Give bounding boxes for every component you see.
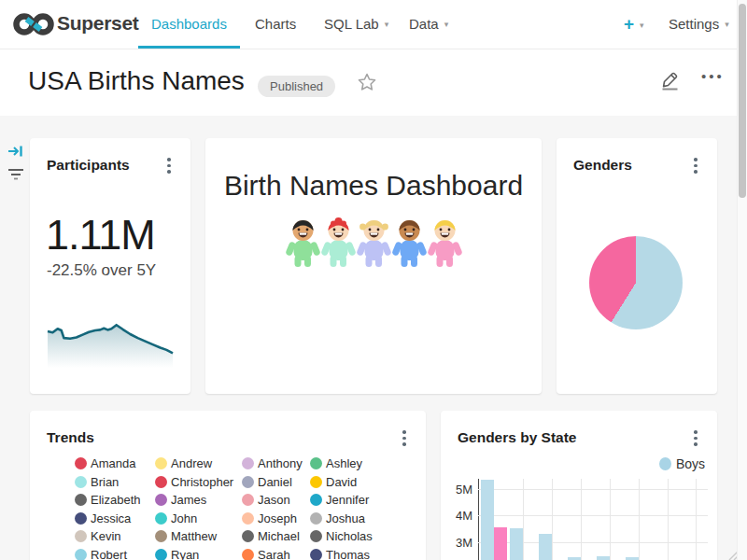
kebab-menu-icon[interactable]	[400, 430, 409, 446]
legend-item-boys[interactable]: Boys	[659, 457, 705, 470]
legend-item[interactable]: Sarah	[242, 549, 310, 560]
nav-data-label: Data	[409, 16, 439, 32]
superset-logo-icon[interactable]	[12, 10, 55, 38]
legend-label: Sarah	[258, 549, 290, 560]
nav-sql-lab[interactable]: SQL Lab▾	[311, 0, 402, 46]
legend-item[interactable]: Thomas	[310, 549, 396, 560]
favorite-star-icon[interactable]	[357, 72, 377, 92]
legend-swatch	[155, 530, 167, 542]
gridline	[668, 479, 669, 560]
nav-charts[interactable]: Charts	[242, 0, 309, 46]
legend-item[interactable]: Kevin	[75, 530, 155, 543]
bar-boys[interactable]	[510, 528, 523, 560]
legend-item[interactable]: John	[155, 512, 242, 525]
edit-pencil-icon[interactable]	[659, 69, 681, 91]
legend-label: Michael	[258, 530, 300, 542]
legend-item[interactable]: Matthew	[155, 530, 242, 543]
legend-label: Ryan	[171, 549, 199, 560]
chart-title: Genders	[573, 157, 632, 174]
expand-filter-bar-icon[interactable]	[7, 143, 24, 160]
legend-item[interactable]: Ashley	[310, 457, 396, 470]
genders-pie-chart[interactable]	[589, 236, 683, 329]
nav-data[interactable]: Data▾	[396, 0, 461, 46]
gridline	[552, 479, 553, 560]
trends-legend: AmandaAndrewAnthonyAshleyBrianChristophe…	[75, 457, 396, 560]
legend-item[interactable]: Andrew	[155, 457, 242, 470]
legend-label: Andrew	[171, 457, 212, 469]
kebab-menu-icon[interactable]	[691, 158, 700, 174]
scrollbar-track[interactable]	[737, 0, 747, 560]
legend-item[interactable]: Elizabeth	[75, 494, 155, 507]
markdown-title-card: Birth Names Dashboard	[205, 138, 542, 394]
legend-item[interactable]: Michael	[242, 530, 310, 543]
bar-boys[interactable]	[539, 534, 552, 560]
legend-swatch	[75, 457, 87, 469]
y-axis-line	[478, 479, 479, 560]
y-axis-tick: 5M	[443, 483, 472, 497]
y-axis-tick: 3M	[443, 536, 472, 550]
filter-list-icon[interactable]	[7, 167, 24, 182]
nav-charts-label: Charts	[255, 16, 296, 32]
legend-label: David	[326, 476, 357, 488]
legend-swatch	[155, 457, 167, 469]
legend-label: James	[171, 494, 206, 506]
legend-label: John	[171, 512, 197, 525]
legend-swatch	[242, 512, 254, 525]
gridline	[696, 479, 697, 560]
legend-item[interactable]: Robert	[75, 549, 155, 560]
chevron-down-icon: ▾	[640, 21, 644, 30]
legend-item[interactable]: Joshua	[310, 512, 396, 525]
legend-item[interactable]: David	[310, 476, 396, 489]
kebab-menu-icon[interactable]	[691, 430, 700, 446]
legend-item[interactable]: Jennifer	[310, 494, 396, 507]
legend-item[interactable]: James	[155, 494, 242, 507]
more-actions-button[interactable]: •••	[701, 68, 725, 84]
published-badge[interactable]: Published	[258, 76, 335, 97]
scrollbar-thumb[interactable]	[739, 4, 746, 198]
nav-dashboards-label: Dashboards	[151, 16, 227, 32]
legend-item[interactable]: Joseph	[242, 512, 310, 525]
new-item-button[interactable]: +▾	[624, 0, 644, 49]
brand-name[interactable]: Superset	[57, 12, 138, 35]
legend-swatch	[242, 530, 254, 542]
legend-item[interactable]: Jessica	[75, 512, 155, 525]
legend-item[interactable]: Christopher	[155, 476, 242, 489]
legend-label: Christopher	[171, 476, 233, 488]
legend-item[interactable]: Nicholas	[310, 530, 396, 543]
plus-icon: +	[624, 14, 634, 34]
legend-swatch	[155, 549, 167, 560]
legend-swatch	[75, 512, 87, 525]
bar-boys[interactable]	[481, 480, 494, 560]
participants-card: Participants 1.11M -22.5% over 5Y	[30, 138, 190, 394]
legend-item[interactable]: Jason	[242, 494, 310, 507]
nav-dashboards[interactable]: Dashboards	[138, 0, 240, 49]
genders-by-state-card: Genders by State Boys 5M 4M 3M	[441, 411, 717, 560]
gridline	[581, 479, 582, 560]
legend-item[interactable]: Daniel	[242, 476, 310, 489]
dashboard-grid: Participants 1.11M -22.5% over 5Y Birth …	[0, 116, 747, 560]
chart-title: Trends	[47, 429, 94, 446]
kebab-menu-icon[interactable]	[164, 158, 174, 174]
legend-label: Elizabeth	[91, 494, 140, 506]
legend-label: Matthew	[171, 530, 217, 542]
bar-boys[interactable]	[597, 556, 610, 560]
legend-swatch	[75, 530, 87, 542]
page-title: USA Births Names	[28, 66, 245, 96]
gridline	[610, 479, 611, 560]
legend-swatch	[310, 512, 322, 525]
baby-emoji	[392, 217, 427, 269]
legend-item[interactable]: Ryan	[155, 549, 242, 560]
settings-menu[interactable]: Settings▾	[669, 0, 729, 49]
legend-label: Joshua	[326, 512, 365, 525]
legend-item[interactable]: Anthony	[242, 457, 310, 470]
legend-swatch	[310, 549, 322, 560]
big-number-subheader: -22.5% over 5Y	[47, 261, 156, 280]
settings-label: Settings	[669, 16, 719, 32]
chevron-down-icon: ▾	[444, 20, 449, 29]
legend-swatch	[75, 549, 87, 560]
baby-emoji-row	[205, 217, 542, 269]
legend-item[interactable]: Amanda	[75, 457, 155, 470]
chart-title: Genders by State	[458, 429, 577, 446]
legend-item[interactable]: Brian	[75, 476, 155, 489]
bar-girls[interactable]	[494, 527, 507, 560]
